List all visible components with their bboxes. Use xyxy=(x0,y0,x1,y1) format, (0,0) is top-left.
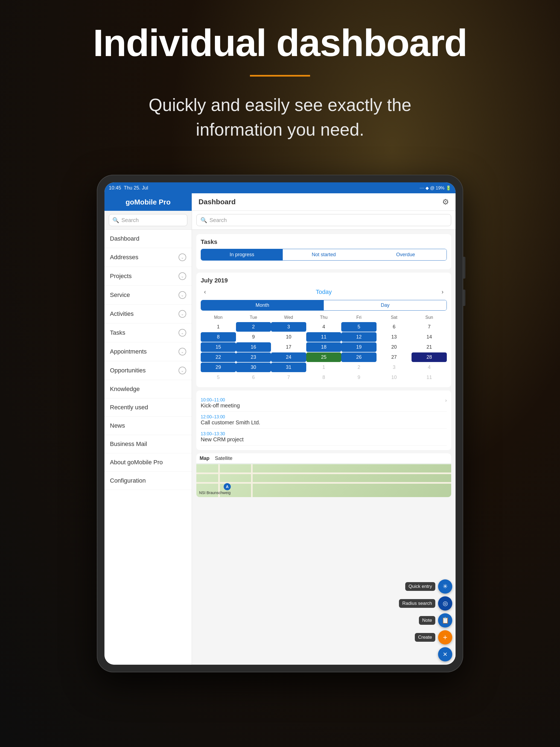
cal-cell-2[interactable]: 2 xyxy=(236,322,271,332)
sidebar-item-service[interactable]: Service ⌄ xyxy=(104,286,192,305)
tab-not-started[interactable]: Not started xyxy=(283,249,364,260)
cal-cell-7[interactable]: 7 xyxy=(411,322,447,332)
cal-cell-next-2[interactable]: 2 xyxy=(341,363,377,372)
sidebar-item-about[interactable]: About goMobile Pro xyxy=(104,453,192,472)
calendar-prev-button[interactable]: ‹ xyxy=(201,287,209,297)
cal-cell-19[interactable]: 19 xyxy=(341,342,377,352)
sidebar-item-label: Service xyxy=(110,291,130,299)
sidebar-item-addresses[interactable]: Addresses ⌄ xyxy=(104,248,192,267)
sidebar-item-label: Business Mail xyxy=(110,440,147,447)
cal-cell-5[interactable]: 5 xyxy=(341,322,377,332)
cal-cell-next-9[interactable]: 9 xyxy=(341,373,377,382)
sidebar-item-news[interactable]: News xyxy=(104,417,192,435)
event-item-2[interactable]: 12:00–13:00 Call customer Smith Ltd. xyxy=(201,412,447,429)
cal-tab-month[interactable]: Month xyxy=(201,300,324,310)
cal-cell-3[interactable]: 3 xyxy=(271,322,306,332)
create-button[interactable]: + xyxy=(438,630,452,644)
sidebar-item-label: About goMobile Pro xyxy=(110,459,163,466)
sidebar-item-business-mail[interactable]: Business Mail xyxy=(104,435,192,453)
calendar-month-title: July 2019 xyxy=(201,277,447,284)
main-search-area: 🔍 Search xyxy=(192,211,456,230)
cal-cell-28[interactable]: 28 xyxy=(411,353,447,362)
cal-day-header-fri: Fri xyxy=(341,314,377,321)
sidebar-item-opportunities[interactable]: Opportunities ⌄ xyxy=(104,361,192,380)
status-time: 10:45 Thu 25. Jul xyxy=(109,185,148,191)
cal-cell-14[interactable]: 14 xyxy=(411,332,447,342)
sidebar-item-tasks[interactable]: Tasks ⌄ xyxy=(104,324,192,342)
chevron-down-icon: ⌄ xyxy=(179,348,186,356)
cal-cell-1[interactable]: 1 xyxy=(201,322,236,332)
map-background: A NSI Braunschweig xyxy=(196,464,451,497)
cal-cell-10[interactable]: 10 xyxy=(271,332,306,342)
gear-icon[interactable]: ⚙ xyxy=(442,198,449,206)
calendar-today-button[interactable]: Today xyxy=(316,288,332,295)
sidebar-item-projects[interactable]: Projects ⌄ xyxy=(104,267,192,286)
cal-cell-13[interactable]: 13 xyxy=(377,332,412,342)
radius-search-button[interactable]: ◎ xyxy=(438,596,452,611)
fab-area: Quick entry ✳ Radius search ◎ Note 📋 xyxy=(399,579,452,662)
sidebar-item-appointments[interactable]: Appointments ⌄ xyxy=(104,342,192,361)
cal-cell-next-5[interactable]: 5 xyxy=(201,373,236,382)
sidebar-item-activities[interactable]: Activities ⌄ xyxy=(104,305,192,324)
tasks-tabs: In progress Not started Overdue xyxy=(201,249,447,261)
cal-cell-24[interactable]: 24 xyxy=(271,353,306,362)
tab-in-progress[interactable]: In progress xyxy=(201,249,283,260)
calendar-next-button[interactable]: › xyxy=(438,287,447,297)
cal-cell-22[interactable]: 22 xyxy=(201,353,236,362)
event-item-3[interactable]: 13:00–13:30 New CRM project xyxy=(201,429,447,446)
cal-cell-next-4[interactable]: 4 xyxy=(411,363,447,372)
note-button[interactable]: 📋 xyxy=(438,613,452,627)
event-details: 13:00–13:30 New CRM project xyxy=(201,432,244,443)
calendar-grid: Mon Tue Wed Thu Fri Sat Sun xyxy=(201,314,447,382)
sidebar-item-label: Tasks xyxy=(110,329,125,336)
cal-cell-next-1[interactable]: 1 xyxy=(306,363,341,372)
side-button-2 xyxy=(463,289,465,306)
map-tab-map[interactable]: Map xyxy=(200,456,209,461)
map-tab-satellite[interactable]: Satellite xyxy=(215,456,232,461)
cal-cell-next-8[interactable]: 8 xyxy=(306,373,341,382)
cal-cell-27[interactable]: 27 xyxy=(377,353,412,362)
tab-overdue[interactable]: Overdue xyxy=(365,249,447,260)
cal-cell-8[interactable]: 8 xyxy=(201,332,236,342)
fab-close-button[interactable]: × xyxy=(438,647,452,662)
cal-cell-6[interactable]: 6 xyxy=(377,322,412,332)
cal-cell-next-10[interactable]: 10 xyxy=(377,373,412,382)
cal-cell-17[interactable]: 17 xyxy=(271,342,306,352)
cal-tab-day[interactable]: Day xyxy=(324,300,447,310)
main-content: Dashboard ⚙ 🔍 Search Tasks xyxy=(192,193,456,665)
cal-cell-next-6[interactable]: 6 xyxy=(236,373,271,382)
cal-cell-9[interactable]: 9 xyxy=(236,332,271,342)
cal-cell-next-3[interactable]: 3 xyxy=(377,363,412,372)
main-search-input[interactable]: 🔍 Search xyxy=(196,214,451,226)
cal-cell-11[interactable]: 11 xyxy=(306,332,341,342)
calendar-week-2: 8 9 10 11 12 13 14 xyxy=(201,332,447,342)
cal-cell-26[interactable]: 26 xyxy=(341,353,377,362)
cal-cell-next-11[interactable]: 11 xyxy=(411,373,447,382)
quick-entry-button[interactable]: ✳ xyxy=(438,579,452,594)
cal-cell-25[interactable]: 25 xyxy=(306,353,341,362)
cal-cell-20[interactable]: 20 xyxy=(377,342,412,352)
sidebar-item-dashboard[interactable]: Dashboard xyxy=(104,230,192,248)
cal-cell-29[interactable]: 29 xyxy=(201,363,236,372)
cal-cell-4[interactable]: 4 xyxy=(306,322,341,332)
fab-row-main: Create + xyxy=(415,630,452,644)
fab-row-create: Note 📋 xyxy=(419,613,452,627)
hero-section: Individual dashboard Quickly and easily … xyxy=(0,0,560,158)
cal-cell-15[interactable]: 15 xyxy=(201,342,236,352)
sidebar-item-configuration[interactable]: Configuration xyxy=(104,472,192,490)
cal-cell-30[interactable]: 30 xyxy=(236,363,271,372)
cal-cell-16[interactable]: 16 xyxy=(236,342,271,352)
cal-day-header-tue: Tue xyxy=(236,314,271,321)
sidebar-item-recently-used[interactable]: Recently used xyxy=(104,398,192,417)
event-item-1[interactable]: 10:00–11:00 Kick-off meeting › xyxy=(201,395,447,412)
cal-cell-23[interactable]: 23 xyxy=(236,353,271,362)
cal-cell-21[interactable]: 21 xyxy=(411,342,447,352)
cal-cell-31[interactable]: 31 xyxy=(271,363,306,372)
sidebar-search-input[interactable]: 🔍 Search xyxy=(109,214,187,226)
radius-search-label: Radius search xyxy=(399,599,435,608)
cal-cell-18[interactable]: 18 xyxy=(306,342,341,352)
cal-cell-12[interactable]: 12 xyxy=(341,332,377,342)
calendar-section: July 2019 ‹ Today › Month Day xyxy=(196,273,451,387)
sidebar-item-knowledge[interactable]: Knowledge xyxy=(104,380,192,398)
cal-cell-next-7[interactable]: 7 xyxy=(271,373,306,382)
